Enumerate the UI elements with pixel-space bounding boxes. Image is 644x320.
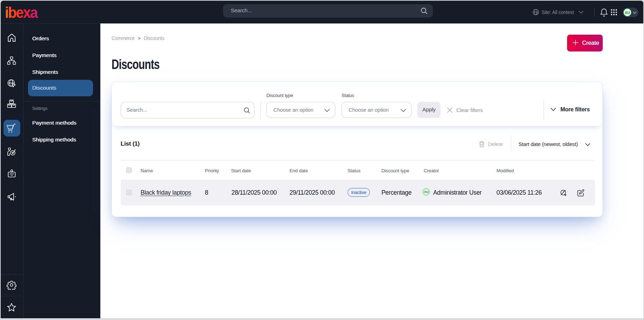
svg-text:ibexa: ibexa [5, 5, 38, 19]
